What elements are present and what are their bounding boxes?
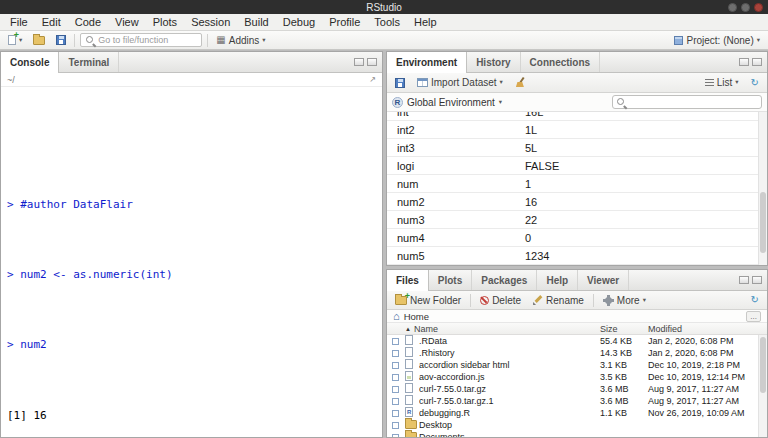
goto-file-box[interactable]: [80, 33, 202, 47]
maximize-window-button[interactable]: [741, 3, 750, 12]
file-row[interactable]: .RData 55.4 KB Jan 2, 2020, 6:08 PM: [387, 335, 767, 347]
menu-item[interactable]: Debug: [276, 15, 322, 29]
file-checkbox[interactable]: [392, 374, 399, 381]
file-row[interactable]: accordion sidebar html 3.1 KB Dec 10, 20…: [387, 359, 767, 371]
save-button[interactable]: [53, 34, 69, 46]
environment-value-row[interactable]: num 1: [387, 175, 758, 193]
file-checkbox[interactable]: [392, 350, 399, 357]
file-checkbox[interactable]: [392, 362, 399, 369]
file-name[interactable]: .RData: [419, 336, 600, 346]
more-button[interactable]: More ▾: [600, 294, 649, 307]
open-file-button[interactable]: [30, 35, 48, 46]
tab[interactable]: Files: [387, 270, 429, 291]
file-checkbox[interactable]: [392, 386, 399, 393]
console-output[interactable]: > #author DataFlair > num2 <- as.numeric…: [1, 87, 382, 437]
file-row[interactable]: Documents: [387, 431, 767, 437]
file-row[interactable]: .Rhistory 14.3 KB Jan 2, 2020, 6:08 PM: [387, 347, 767, 359]
environment-value-row[interactable]: int3 5L: [387, 139, 758, 157]
file-row[interactable]: Desktop: [387, 419, 767, 431]
addins-button[interactable]: ▦ Addins ▾: [213, 34, 268, 47]
environment-search-input[interactable]: [628, 97, 758, 107]
files-scrollbar[interactable]: [758, 335, 767, 437]
menu-item[interactable]: Help: [407, 15, 444, 29]
file-name[interactable]: accordion sidebar html: [419, 360, 600, 370]
file-name[interactable]: .Rhistory: [419, 348, 600, 358]
breadcrumb-home-link[interactable]: Home: [404, 311, 429, 322]
list-view-button[interactable]: List ▾: [702, 76, 742, 89]
working-directory[interactable]: ~/: [7, 75, 15, 85]
environment-value-row[interactable]: num3 22: [387, 211, 758, 229]
refresh-files-button[interactable]: ↻: [748, 294, 762, 306]
tab[interactable]: Help: [537, 270, 578, 290]
menu-item[interactable]: Code: [68, 15, 108, 29]
file-row[interactable]: curl-7.55.0.tar.gz.1 3.6 MB Aug 9, 2017,…: [387, 395, 767, 407]
file-checkbox[interactable]: [392, 398, 399, 405]
menu-item[interactable]: View: [108, 15, 146, 29]
environment-value-row[interactable]: int2 1L: [387, 121, 758, 139]
file-name[interactable]: debugging.R: [419, 408, 600, 418]
file-name[interactable]: Desktop: [419, 420, 600, 430]
file-checkbox[interactable]: [392, 422, 399, 429]
minimize-pane-icon[interactable]: [739, 58, 749, 66]
size-column-header[interactable]: Size: [600, 324, 648, 334]
minimize-window-button[interactable]: [728, 3, 737, 12]
scrollbar-thumb[interactable]: [760, 337, 766, 393]
file-checkbox[interactable]: [392, 338, 399, 345]
file-name[interactable]: curl-7.55.0.tar.gz.1: [419, 396, 600, 406]
file-row[interactable]: aov-accordion.js 3.5 KB Dec 10, 2019, 12…: [387, 371, 767, 383]
file-row[interactable]: curl-7.55.0.tar.gz 3.6 MB Aug 9, 2017, 1…: [387, 383, 767, 395]
browse-directory-button[interactable]: ...: [746, 311, 761, 322]
new-folder-button[interactable]: New Folder: [392, 294, 464, 307]
scrollbar-thumb[interactable]: [760, 192, 766, 253]
menu-item[interactable]: File: [3, 15, 35, 29]
environment-value-row[interactable]: int 16L: [387, 112, 758, 121]
modified-column-header[interactable]: Modified: [648, 324, 758, 334]
tab[interactable]: Terminal: [59, 52, 119, 72]
environment-value-row[interactable]: num5 1234: [387, 247, 758, 265]
tab[interactable]: Connections: [521, 52, 601, 72]
environment-tabs: Environment History Connections: [387, 52, 600, 72]
menu-item[interactable]: Build: [237, 15, 275, 29]
import-dataset-button[interactable]: Import Dataset ▾: [414, 76, 506, 89]
refresh-environment-button[interactable]: ↻: [748, 77, 762, 89]
tab[interactable]: Plots: [429, 270, 472, 290]
environment-search[interactable]: [612, 95, 762, 109]
delete-button[interactable]: Delete: [477, 294, 524, 307]
popout-icon[interactable]: ↗: [369, 76, 376, 84]
menu-item[interactable]: Plots: [146, 15, 184, 29]
toolbar-separator: [207, 34, 208, 47]
file-row[interactable]: debugging.R 1.1 KB Nov 26, 2019, 10:09 A…: [387, 407, 767, 419]
menu-item[interactable]: Profile: [322, 15, 367, 29]
new-file-button[interactable]: ▾: [5, 34, 25, 46]
maximize-pane-icon[interactable]: [752, 276, 762, 284]
maximize-pane-icon[interactable]: [752, 58, 762, 66]
goto-file-input[interactable]: [98, 35, 197, 45]
global-environment-dropdown[interactable]: R Global Environment ▾: [392, 97, 502, 108]
minimize-pane-icon[interactable]: [354, 58, 364, 66]
clear-workspace-button[interactable]: [512, 76, 529, 89]
minimize-pane-icon[interactable]: [739, 276, 749, 284]
tab[interactable]: Viewer: [578, 270, 629, 290]
rename-button[interactable]: Rename: [530, 294, 587, 307]
tab[interactable]: Console: [1, 52, 59, 73]
file-name[interactable]: curl-7.55.0.tar.gz: [419, 384, 600, 394]
file-checkbox[interactable]: [392, 434, 399, 438]
environment-scrollbar[interactable]: [758, 112, 767, 265]
environment-value-row[interactable]: num4 0: [387, 229, 758, 247]
file-name[interactable]: Documents: [419, 432, 600, 437]
project-selector[interactable]: Project: (None) ▾: [671, 34, 763, 47]
menu-item[interactable]: Edit: [35, 15, 68, 29]
name-column-header[interactable]: ▲ Name: [405, 324, 600, 334]
environment-value-row[interactable]: logi FALSE: [387, 157, 758, 175]
environment-value-row[interactable]: num2 16: [387, 193, 758, 211]
save-workspace-button[interactable]: [392, 77, 408, 89]
close-window-button[interactable]: [754, 3, 763, 12]
maximize-pane-icon[interactable]: [367, 58, 377, 66]
tab[interactable]: History: [467, 52, 520, 72]
tab[interactable]: Packages: [472, 270, 537, 290]
menu-item[interactable]: Session: [184, 15, 237, 29]
file-checkbox[interactable]: [392, 410, 399, 417]
tab[interactable]: Environment: [387, 52, 467, 73]
file-name[interactable]: aov-accordion.js: [419, 372, 600, 382]
menu-item[interactable]: Tools: [367, 15, 407, 29]
